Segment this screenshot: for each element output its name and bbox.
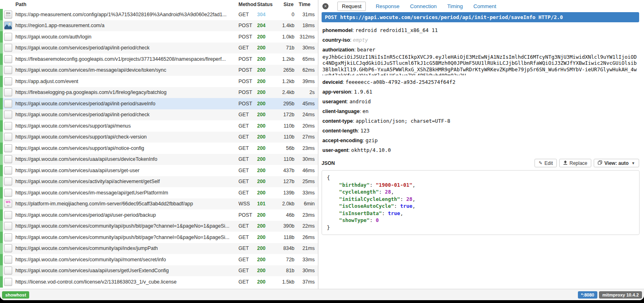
flow-time: 6min [294, 201, 318, 207]
header-line: phonemodel: redroid redroid11_x86_64 11 [322, 25, 639, 35]
flow-size: 46b [275, 212, 294, 218]
flow-status: 200 [257, 134, 275, 140]
header-name: app-version [322, 89, 351, 95]
flow-row[interactable]: https://gapi.wocute.com/services/support… [0, 120, 318, 132]
flow-time: 23ms [294, 145, 318, 151]
flow-size: 1.5kb [275, 279, 294, 285]
flow-row[interactable]: https://gapi.wocute.com/services/period/… [0, 43, 318, 54]
tab-connection[interactable]: Connection [409, 2, 438, 11]
close-icon[interactable]: × [322, 3, 328, 9]
tab-request[interactable]: Request [337, 2, 366, 11]
flow-row[interactable]: https://gapi.wocute.com/auth/loginPOST20… [0, 31, 318, 43]
flow-row[interactable]: https://app.adjust.com/eventPOST2001.2kb… [0, 76, 318, 87]
flow-row[interactable]: https://gapi.wocute.com/services/support… [0, 132, 318, 143]
flow-path: https://region1.app-measurement.com/a [15, 23, 238, 28]
flow-row[interactable]: https://region1.app-measurement.com/aPOS… [0, 20, 318, 32]
flow-status: 200 [257, 257, 275, 262]
header-value: empty [353, 37, 368, 43]
flow-marker [0, 98, 3, 109]
flow-status: 200 [257, 145, 275, 151]
flow-row[interactable]: https://gapi.wocute.com/services/period/… [0, 209, 318, 221]
flow-row[interactable]: https://gapi.wocute.com/services/uaa/api… [0, 165, 318, 176]
column-header-method[interactable]: Method [238, 2, 257, 7]
json-body: { "birthday": "1900-01-01", "cycleLength… [322, 170, 640, 235]
flow-marker [0, 209, 3, 221]
flow-path: https://gapi.wocute.com/services/communi… [15, 257, 238, 262]
flow-row[interactable]: https://gapi.wocute.com/services/communi… [0, 232, 318, 243]
flow-path: https://app-measurement.com/config/app/1… [15, 12, 238, 17]
flow-marker [0, 20, 3, 32]
flow-method: POST [238, 23, 257, 28]
flow-time: 24ms [294, 112, 318, 117]
flow-size: 834b [275, 245, 294, 251]
flow-path: https://gapi.wocute.com/services/period/… [15, 112, 238, 117]
header-value: bearer [357, 47, 375, 53]
flow-method: GET [238, 112, 257, 117]
header-line: deviceid: feeeeecc-a08b-4792-a93d-254257… [322, 77, 639, 87]
showhost-badge[interactable]: showhost [2, 291, 29, 299]
column-header-path[interactable]: Path [15, 2, 238, 7]
flow-path: https://gapi.wocute.com/services/period/… [15, 45, 238, 51]
flow-time: 65ms [294, 56, 318, 62]
main-area: Path Method Status Size Time 304https://… [0, 0, 644, 289]
flow-size: 295b [275, 101, 294, 107]
flow-path: https://gapi.wocute.com/auth/login [15, 34, 238, 40]
flow-size: 1.0kb [275, 34, 294, 40]
view-mode-button[interactable]: View: auto ▼ [594, 159, 639, 167]
flow-row[interactable]: https://license.vod-control.com/license/… [0, 276, 318, 288]
flow-size: 127b [275, 179, 294, 184]
flow-size: 1.4kb [275, 23, 294, 28]
flow-row[interactable]: https://gapi.wocute.com/services/period/… [0, 109, 318, 121]
column-header-size[interactable]: Size [275, 2, 294, 7]
tab-comment[interactable]: Comment [472, 2, 497, 11]
mitmweb-window: Path Method Status Size Time 304https://… [0, 0, 644, 300]
flow-marker [0, 221, 3, 232]
flow-time: 18ms [294, 23, 318, 28]
listen-address-badge: *:8080 [578, 291, 597, 299]
flow-time: 33ms [294, 190, 318, 196]
header-value: android [350, 98, 371, 105]
detail-tabbar: × RequestResponseConnectionTimingComment [322, 1, 639, 11]
edit-button[interactable]: ✎ Edit [535, 159, 557, 167]
flow-time: 20ms [294, 123, 318, 129]
flow-row[interactable]: https://gapi.wocute.com/services/uaa/api… [0, 265, 318, 277]
flow-row[interactable]: https://gapi.wocute.com/services/im-mess… [0, 187, 318, 198]
flow-row[interactable]: 304https://app-measurement.com/config/ap… [0, 9, 318, 20]
flow-row[interactable]: https://firebaseremoteconfig.googleapis.… [0, 53, 318, 65]
flow-status: 200 [257, 34, 275, 40]
flow-row[interactable]: https://gapi.wocute.com/services/communi… [0, 243, 318, 254]
flow-status: 200 [257, 112, 275, 117]
flow-time: 30ms [294, 268, 318, 273]
flow-row[interactable]: https://gapi.wocute.com/services/communi… [0, 221, 318, 232]
flow-time: 26ms [294, 235, 318, 240]
column-header-status[interactable]: Status [257, 2, 275, 7]
flow-path: https://app.adjust.com/event [15, 79, 238, 84]
tab-response[interactable]: Response [375, 2, 400, 11]
flow-method: GET [238, 257, 257, 262]
flow-detail-panel: × RequestResponseConnectionTimingComment… [318, 0, 644, 289]
column-header-time[interactable]: Time [294, 2, 318, 7]
header-value: feeeeecc-a08b-4792-a93d-2542574f64f2 [346, 79, 455, 85]
flow-row[interactable]: https://gapi.wocute.com/services/activit… [0, 176, 318, 188]
replace-button[interactable]: Replace [559, 159, 591, 167]
flow-row[interactable]: https://firebaselogging-pa.googleapis.co… [0, 87, 318, 98]
doc-icon [4, 256, 12, 264]
flow-time: 21ms [294, 245, 318, 251]
flow-marker [0, 109, 3, 121]
header-line: accept-encoding: gzip [322, 135, 639, 145]
flow-size: 81b [275, 268, 294, 273]
flow-row[interactable]: https://gapi.wocute.com/services/support… [0, 143, 318, 154]
flow-path: https://gapi.wocute.com/services/communi… [15, 223, 238, 229]
tab-timing[interactable]: Timing [447, 2, 464, 11]
doc-icon [4, 177, 12, 186]
flow-status: 200 [257, 235, 275, 240]
flow-path: https://platform-im.meiqijiacheng.com/im… [15, 201, 238, 207]
doc-icon [4, 111, 12, 119]
flow-row[interactable]: https://gapi.wocute.com/services/uaa/api… [0, 154, 318, 165]
flow-row[interactable]: WS⇔https://platform-im.meiqijiacheng.com… [0, 198, 318, 210]
flow-method: POST [238, 101, 257, 107]
flow-row[interactable]: https://gapi.wocute.com/services/communi… [0, 254, 318, 265]
doc-icon [4, 100, 12, 108]
flow-row[interactable]: https://gapi.wocute.com/services/period/… [0, 98, 318, 109]
flow-row[interactable]: https://gapi.wocute.com/services/im-mess… [0, 65, 318, 76]
